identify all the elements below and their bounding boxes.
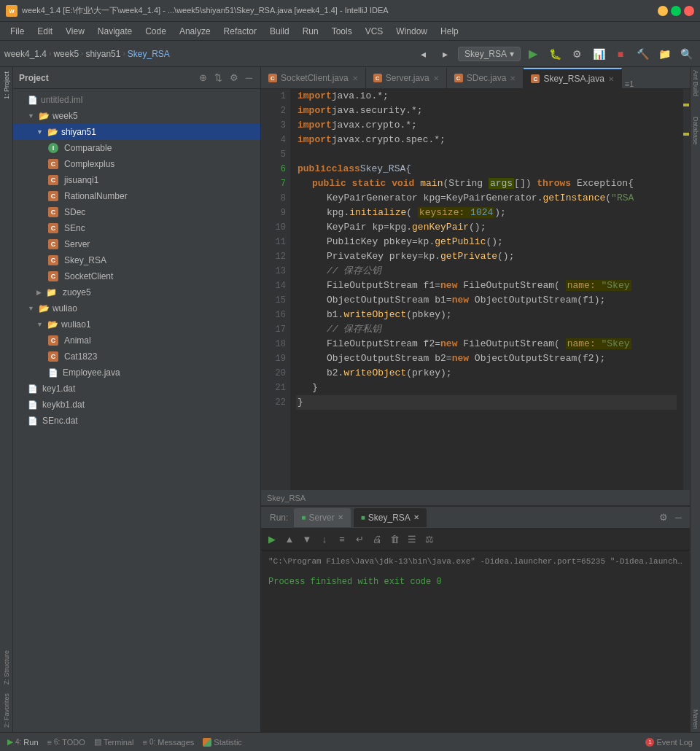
tree-item-server[interactable]: C Server xyxy=(13,236,260,252)
menu-refactor[interactable]: Refactor xyxy=(218,25,262,38)
tab-skey-rsa[interactable]: C Skey_RSA.java ✕ xyxy=(524,68,621,88)
tree-item-rationalnumber[interactable]: C RationalNumber xyxy=(13,188,260,204)
expand-all-button[interactable]: ⇅ xyxy=(212,71,225,84)
tree-item-socketclient[interactable]: C SocketClient xyxy=(13,268,260,284)
tab-close-icon[interactable]: ✕ xyxy=(608,75,614,83)
stop-button[interactable]: ■ xyxy=(611,44,630,63)
left-panel-structure[interactable]: Z: Structure xyxy=(2,646,11,689)
breadcrumb-skey[interactable]: Skey_RSA xyxy=(128,49,170,59)
coverage-button[interactable]: ⚙ xyxy=(567,44,586,63)
minimize-button[interactable] xyxy=(658,6,668,16)
code-line-13: // 保存公钥 xyxy=(296,264,677,279)
minimize-panel-button[interactable]: ─ xyxy=(244,71,254,84)
tree-item-jisuanqi1[interactable]: C jisuanqi1 xyxy=(13,172,260,188)
run-settings-button[interactable]: ⚙ xyxy=(657,511,670,524)
tab-close-icon[interactable]: ✕ xyxy=(433,74,439,82)
statistic-panel-button[interactable]: Statistic xyxy=(198,734,246,750)
tab-sdec[interactable]: C SDec.java ✕ xyxy=(447,68,524,88)
code-line-21: } xyxy=(296,381,677,395)
menu-vcs[interactable]: VCS xyxy=(359,25,389,38)
tree-item-key1dat[interactable]: 📄 key1.dat xyxy=(13,381,260,397)
menu-run[interactable]: Run xyxy=(297,25,324,38)
settings-button[interactable]: ⚙ xyxy=(228,71,241,84)
code-editor[interactable]: 1 2 3 4 5 6 7 8 9 10 11 12 13 14 15 16 1 xyxy=(261,89,690,490)
tree-item-zuoye5[interactable]: ▶ 📁 zuoye5 xyxy=(13,284,260,300)
tree-item-wuliao1[interactable]: ▼ 📂 wuliao1 xyxy=(13,316,260,332)
scroll-to-end-button[interactable]: ↓ xyxy=(316,532,332,548)
scroll-up-button[interactable]: ▲ xyxy=(281,532,298,548)
run-button[interactable]: ▶ xyxy=(524,44,542,63)
maximize-button[interactable] xyxy=(671,6,681,16)
list-view-button[interactable]: ☰ xyxy=(404,532,420,548)
todo-panel-button[interactable]: ≡ 6: TODO xyxy=(43,734,90,750)
back-button[interactable]: ◂ xyxy=(414,44,433,63)
run-tab-skey-close[interactable]: ✕ xyxy=(413,513,419,521)
menu-tools[interactable]: Tools xyxy=(326,25,358,38)
right-panel-database[interactable]: Database xyxy=(691,114,700,148)
tree-item-skey-rsa[interactable]: C Skey_RSA xyxy=(13,252,260,268)
soft-wrap-button[interactable]: ↵ xyxy=(351,532,368,548)
menu-navigate[interactable]: Navigate xyxy=(92,25,138,38)
debug-button[interactable]: 🐛 xyxy=(545,44,564,63)
run-panel-button[interactable]: ▶ 4: Run xyxy=(3,734,43,750)
search-everywhere-button[interactable]: 🔍 xyxy=(677,44,696,63)
menu-window[interactable]: Window xyxy=(390,25,433,38)
messages-panel-button[interactable]: ≡ 0: Messages xyxy=(138,734,198,750)
tree-item-animal[interactable]: C Animal xyxy=(13,332,260,349)
fold-button[interactable]: ≡ xyxy=(334,532,350,548)
left-panel-project[interactable]: 1: Project xyxy=(2,67,11,104)
tree-item-employee[interactable]: 📄 Employee.java xyxy=(13,365,260,381)
menu-code[interactable]: Code xyxy=(139,25,172,38)
tab-close-icon[interactable]: ✕ xyxy=(352,74,358,82)
tree-item-sdec[interactable]: C SDec xyxy=(13,204,260,220)
new-file-button[interactable]: ⊕ xyxy=(197,71,209,84)
forward-button[interactable]: ▸ xyxy=(436,44,455,63)
right-panel-maven[interactable]: Maven xyxy=(691,707,700,732)
left-panel-favorites[interactable]: 2: Favorites xyxy=(2,689,11,732)
terminal-panel-button[interactable]: ▤ Terminal xyxy=(90,734,139,750)
profile-button[interactable]: 📊 xyxy=(589,44,608,63)
project-structure-button[interactable]: 📁 xyxy=(655,44,674,63)
code-content[interactable]: import java.io.*; import java.security.*… xyxy=(290,89,682,490)
tree-item-sencdat[interactable]: 📄 SEnc.dat xyxy=(13,413,260,429)
run-tab-skey-rsa[interactable]: ■ Skey_RSA ✕ xyxy=(354,508,427,527)
close-button[interactable] xyxy=(684,6,694,16)
tree-item-senc[interactable]: C SEnc xyxy=(13,220,260,236)
clear-button[interactable]: 🗑 xyxy=(386,532,402,548)
compare-button[interactable]: ⚖ xyxy=(421,532,438,548)
run-panel: Run: ■ Server ✕ ■ Skey_RSA ✕ ⚙ ─ ▶ ▲ xyxy=(261,506,690,732)
tab-server[interactable]: C Server.java ✕ xyxy=(366,68,447,88)
tree-item-shiyan51[interactable]: ▼ 📂 shiyan51 xyxy=(13,124,260,140)
scroll-down-button[interactable]: ▼ xyxy=(299,532,315,548)
tab-label: SDec.java xyxy=(467,73,507,83)
rerun-button[interactable]: ▶ xyxy=(264,532,280,548)
tree-item-week5[interactable]: ▼ 📂 week5 xyxy=(13,108,260,124)
tab-close-icon[interactable]: ✕ xyxy=(510,74,516,82)
run-tab-server[interactable]: ■ Server ✕ xyxy=(294,508,350,527)
breadcrumb-shiyan51[interactable]: shiyan51 xyxy=(85,49,120,59)
tree-item-complexplus[interactable]: C Complexplus xyxy=(13,156,260,172)
breadcrumb-week5[interactable]: week5 xyxy=(53,49,79,59)
menu-edit[interactable]: Edit xyxy=(31,25,58,38)
tree-item-cat1823[interactable]: C Cat1823 xyxy=(13,349,260,365)
more-tabs-indicator[interactable]: ≡1 xyxy=(622,79,637,88)
run-tab-server-close[interactable]: ✕ xyxy=(338,513,343,521)
menu-view[interactable]: View xyxy=(60,25,90,38)
menu-file[interactable]: File xyxy=(4,25,30,38)
tree-item-keykb1dat[interactable]: 📄 keykb1.dat xyxy=(13,397,260,413)
line-num-2: 2 xyxy=(265,104,286,118)
run-minimize-button[interactable]: ─ xyxy=(673,511,684,524)
menu-analyze[interactable]: Analyze xyxy=(174,25,217,38)
event-log-button[interactable]: 1 Event Log xyxy=(641,734,697,750)
tree-item-untitled-iml[interactable]: 📄 untitled.iml xyxy=(13,92,260,108)
print-button[interactable]: 🖨 xyxy=(369,532,385,548)
tree-item-comparable[interactable]: I Comparable xyxy=(13,140,260,156)
run-config-selector[interactable]: Skey_RSA ▾ xyxy=(458,47,521,61)
menu-build[interactable]: Build xyxy=(264,25,295,38)
tree-item-wuliao[interactable]: ▼ 📂 wuliao xyxy=(13,300,260,316)
build-button[interactable]: 🔨 xyxy=(633,44,652,63)
breadcrumb-week4[interactable]: week4_1.4 xyxy=(4,49,47,59)
menu-help[interactable]: Help xyxy=(435,25,464,38)
right-panel-ant[interactable]: Ant Build xyxy=(691,67,700,99)
tab-socketclient[interactable]: C SocketClient.java ✕ xyxy=(261,68,366,88)
